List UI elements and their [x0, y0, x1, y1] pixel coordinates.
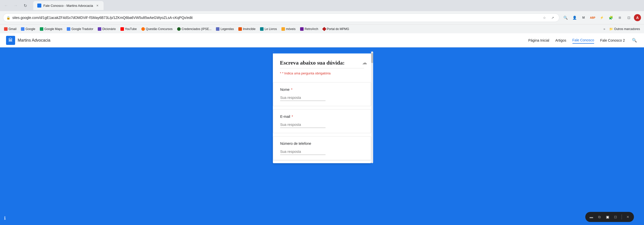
bookmark-retroarch-label: RetroArch: [305, 27, 318, 31]
nav-pagina-inicial[interactable]: Página Inicial: [528, 37, 549, 43]
bookmark-dicionario-label: Dicionário: [102, 27, 116, 31]
dicionario-favicon: [98, 27, 101, 31]
bookmark-moveis[interactable]: móveis: [279, 26, 298, 32]
url-actions: ☆ ↗: [541, 14, 556, 21]
bookmark-questao-label: Questão Concursos: [146, 27, 173, 31]
account-circle-button[interactable]: 👤: [570, 14, 578, 22]
window-mode-split-btn[interactable]: ⧉: [596, 214, 602, 220]
address-bar: 🔒 sites.google.com/d/1gE1acakZF4dSx7dOMD…: [0, 11, 644, 24]
profile-button[interactable]: A: [634, 14, 641, 21]
form-scrollbar[interactable]: [371, 51, 373, 163]
bookmark-youtube[interactable]: YouTube: [118, 26, 139, 32]
bookmark-tradutor[interactable]: Google Tradutor: [65, 26, 95, 32]
window-mode-close-btn[interactable]: ✕: [625, 214, 631, 220]
bookmark-portal-mpmg[interactable]: Portal do MPMG: [321, 26, 351, 32]
active-tab[interactable]: Fale Conosco - Martins Advocacia ✕: [33, 1, 104, 10]
window-mode-mobile-btn[interactable]: ⊡: [613, 214, 619, 220]
lelivros-favicon: [260, 27, 264, 31]
bookmark-gmail-label: Gmail: [9, 27, 16, 31]
bookmark-youtube-label: YouTube: [125, 27, 137, 31]
gmail-favicon: [4, 27, 8, 31]
ext-abp-button[interactable]: ABP: [589, 14, 597, 22]
ext-m-button[interactable]: M: [579, 14, 588, 22]
site-header: 🏛 Martins Advocacia Página Inicial Artig…: [0, 33, 644, 47]
field-email-label: E-mail *: [280, 115, 364, 119]
bookmark-retroarch[interactable]: RetroArch: [298, 26, 320, 32]
bookmark-star-button[interactable]: ☆: [541, 14, 548, 21]
bookmarks-more-button[interactable]: »: [602, 26, 607, 32]
search-labs-button[interactable]: 🔍: [561, 14, 569, 22]
field-nome-card: Nome *: [273, 82, 371, 106]
field-telefone-input[interactable]: [280, 149, 326, 155]
page-content: 🏛 Martins Advocacia Página Inicial Artig…: [0, 33, 644, 225]
tradutor-favicon: [67, 27, 70, 31]
reload-button[interactable]: ↻: [21, 2, 29, 10]
window-mode-buttons: ▬ ⧉ ▣ ⊡ ✕: [585, 212, 634, 222]
legendas-favicon: [216, 27, 219, 31]
required-star: *: [280, 71, 282, 75]
questao-favicon: [141, 27, 145, 31]
site-logo-icon: 🏛: [6, 36, 15, 45]
retroarch-favicon: [300, 27, 304, 31]
browser-chrome: ← → ↻ Fale Conosco - Martins Advocacia ✕…: [0, 0, 644, 33]
bookmark-maps-label: Google Maps: [44, 27, 62, 31]
mode-separator: [622, 214, 622, 219]
bookmarks-outros-folder[interactable]: 📁 Outros marcadores: [607, 26, 642, 32]
site-logo-text: Martins Advocacia: [18, 38, 50, 43]
window-button[interactable]: ⊡: [625, 14, 633, 22]
bookmark-maps[interactable]: Google Maps: [38, 26, 64, 32]
field-email-input[interactable]: [280, 122, 326, 128]
nav-fale-conosco-2[interactable]: Fale Conosco 2: [600, 37, 625, 43]
cloud-icon: ☁: [362, 60, 367, 66]
bookmark-dicionario[interactable]: Dicionário: [96, 26, 118, 32]
bookmark-tradutor-label: Google Tradutor: [71, 27, 93, 31]
ext-extra-button[interactable]: ⚡: [598, 14, 606, 22]
field-telefone-card: Número de telefone: [273, 136, 371, 160]
extensions-button[interactable]: 🧩: [607, 14, 615, 22]
share-button[interactable]: ↗: [549, 14, 556, 21]
field-email-card: E-mail *: [273, 109, 371, 133]
bookmark-portal-mpmg-label: Portal do MPMG: [327, 27, 349, 31]
bookmark-lelivros[interactable]: Le Livros: [258, 26, 279, 32]
youtube-favicon: [120, 27, 124, 31]
window-mode-desktop-btn[interactable]: ▬: [588, 214, 594, 220]
blue-background: ℹ Escreva abaixo sua dúvida: ☁ * * Indic…: [0, 47, 644, 225]
field-nome-label: Nome *: [280, 88, 364, 92]
bookmark-google[interactable]: Google: [19, 26, 37, 32]
browser-actions: 🔍 👤 M ABP ⚡ 🧩 ⊞ ⊡ A: [561, 14, 641, 22]
tab-close-button[interactable]: ✕: [95, 3, 100, 8]
bookmark-gmail[interactable]: Gmail: [2, 26, 18, 32]
bookmark-moveis-label: móveis: [286, 27, 296, 31]
credenciados-favicon: [177, 27, 181, 31]
field-nome-input[interactable]: [280, 95, 326, 101]
bookmark-legendas-label: Legendas: [220, 27, 234, 31]
info-icon[interactable]: ℹ: [4, 215, 6, 221]
bookmark-invincible-label: Invincible: [243, 27, 255, 31]
nav-artigos[interactable]: Artigos: [555, 37, 566, 43]
maps-favicon: [40, 27, 43, 31]
bookmark-legendas[interactable]: Legendas: [214, 26, 236, 32]
bookmark-questao[interactable]: Questão Concursos: [139, 26, 175, 32]
scrollbar-thumb[interactable]: [371, 53, 373, 63]
form-iframe: Escreva abaixo sua dúvida: ☁ * * Indica …: [273, 51, 371, 163]
site-logo: 🏛 Martins Advocacia: [6, 36, 50, 45]
bookmarks-outros-label: Outros marcadores: [614, 27, 640, 31]
bookmark-credenciados[interactable]: Credenciados (IPSE...: [175, 26, 214, 32]
tab-search-button[interactable]: ⊞: [616, 14, 624, 22]
moveis-favicon: [281, 27, 285, 31]
folder-icon: 📁: [609, 27, 613, 31]
url-bar[interactable]: 🔒 sites.google.com/d/1gE1acakZF4dSx7dOMD…: [3, 13, 559, 22]
tab-controls: ← → ↻: [2, 2, 29, 10]
window-mode-tablet-btn[interactable]: ▣: [604, 214, 610, 220]
form-header-section: Escreva abaixo sua dúvida: ☁ * * Indica …: [273, 51, 371, 79]
nav-fale-conosco[interactable]: Fale Conosco: [572, 37, 594, 44]
forward-button[interactable]: →: [12, 2, 20, 10]
nav-search-button[interactable]: 🔍: [631, 37, 638, 44]
url-text: sites.google.com/d/1gE1acakZF4dSx7dOMDVi…: [12, 16, 539, 20]
site-nav: Página Inicial Artigos Fale Conosco Fale…: [528, 37, 638, 44]
tab-title: Fale Conosco - Martins Advocacia: [43, 4, 93, 8]
back-button[interactable]: ←: [2, 2, 10, 10]
portal-mpmg-favicon: [322, 27, 326, 31]
bookmark-invincible[interactable]: Invincible: [236, 26, 257, 32]
bookmark-google-label: Google: [25, 27, 35, 31]
